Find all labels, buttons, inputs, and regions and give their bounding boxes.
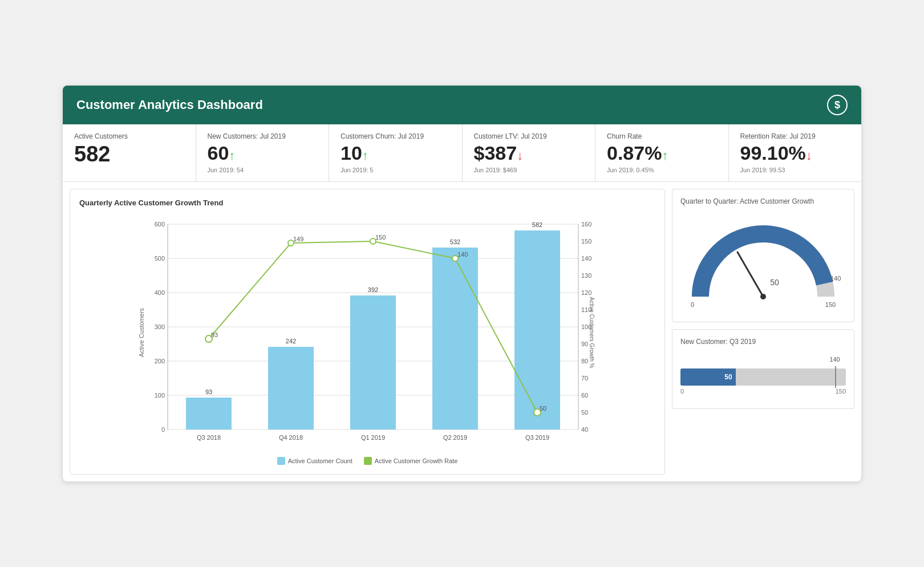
svg-text:0: 0 bbox=[161, 426, 165, 433]
hbar-track: 50 140 bbox=[680, 368, 846, 386]
kpi-sub-5: Jun 2019: 99.53 bbox=[740, 167, 850, 173]
kpi-value-4: 0.87%↑ bbox=[607, 143, 717, 164]
svg-text:50: 50 bbox=[540, 405, 546, 412]
right-panels: Quarter to Quarter: Active Customer Grow… bbox=[672, 189, 854, 475]
svg-text:50: 50 bbox=[581, 409, 588, 416]
arrow-up-1: ↑ bbox=[229, 148, 235, 163]
hbar-title: New Customer: Q3 2019 bbox=[680, 338, 846, 346]
kpi-label-2: Customers Churn: Jul 2019 bbox=[341, 132, 451, 140]
svg-text:140: 140 bbox=[581, 255, 591, 262]
arrow-up-2: ↑ bbox=[362, 148, 368, 163]
svg-text:Q3 2018: Q3 2018 bbox=[197, 434, 221, 441]
kpi-value-5: 99.10%↓ bbox=[740, 143, 850, 164]
bar-q3-2018 bbox=[186, 398, 232, 430]
legend-line-label: Active Customer Growth Rate bbox=[375, 457, 458, 464]
hbar-fill-label: 50 bbox=[724, 373, 732, 381]
bar-chart-section: Quarterly Active Customer Growth Trend A… bbox=[70, 189, 665, 475]
svg-text:70: 70 bbox=[581, 375, 588, 382]
svg-text:160: 160 bbox=[581, 221, 591, 228]
svg-text:120: 120 bbox=[581, 289, 591, 296]
hbar-fill: 50 bbox=[680, 368, 736, 386]
kpi-churn-customers: Customers Churn: Jul 2019 10↑ Jun 2019: … bbox=[329, 124, 463, 181]
svg-text:149: 149 bbox=[293, 236, 303, 242]
svg-text:Q1 2019: Q1 2019 bbox=[361, 434, 385, 441]
bar-q1-2019 bbox=[350, 295, 396, 430]
kpi-label-3: Customer LTV: Jul 2019 bbox=[474, 132, 584, 140]
svg-text:300: 300 bbox=[155, 323, 165, 330]
svg-text:200: 200 bbox=[155, 358, 165, 364]
header-icon: $ bbox=[827, 95, 848, 115]
svg-text:110: 110 bbox=[581, 306, 591, 313]
svg-text:Active Customers: Active Customers bbox=[138, 307, 145, 357]
arrow-down-3: ↓ bbox=[517, 148, 523, 163]
kpi-value-0: 582 bbox=[74, 143, 184, 167]
hbar-max-label: 150 bbox=[836, 388, 846, 395]
kpi-sub-3: Jun 2019: $469 bbox=[474, 167, 584, 173]
svg-text:400: 400 bbox=[155, 289, 165, 296]
legend-line-color bbox=[364, 457, 372, 465]
svg-text:392: 392 bbox=[368, 286, 378, 293]
kpi-sub-1: Jun 2019: 54 bbox=[208, 167, 318, 173]
svg-text:100: 100 bbox=[155, 392, 165, 399]
svg-text:582: 582 bbox=[532, 221, 542, 228]
kpi-active-customers: Active Customers 582 bbox=[63, 124, 196, 181]
hbar-panel: New Customer: Q3 2019 50 140 bbox=[672, 329, 854, 409]
svg-text:500: 500 bbox=[155, 255, 165, 262]
svg-text:0: 0 bbox=[691, 301, 694, 308]
svg-text:60: 60 bbox=[581, 392, 588, 399]
gauge-svg: 0 150 140 50 bbox=[683, 217, 843, 308]
kpi-label-4: Churn Rate bbox=[607, 132, 717, 140]
bar-chart-title: Quarterly Active Customer Growth Trend bbox=[79, 199, 655, 207]
kpi-label-1: New Customers: Jul 2019 bbox=[208, 132, 318, 140]
svg-text:150: 150 bbox=[825, 301, 836, 308]
hbar-container: 50 140 0 150 bbox=[680, 351, 846, 400]
svg-text:600: 600 bbox=[155, 221, 165, 228]
svg-text:40: 40 bbox=[581, 426, 588, 433]
svg-text:532: 532 bbox=[450, 238, 460, 245]
legend-bar-color bbox=[277, 457, 285, 465]
svg-text:150: 150 bbox=[581, 238, 591, 245]
bar-q2-2019 bbox=[432, 248, 478, 430]
kpi-value-3: $387↓ bbox=[474, 143, 584, 164]
svg-text:130: 130 bbox=[581, 272, 591, 279]
gauge-container: 0 150 140 50 bbox=[680, 211, 846, 314]
kpi-label-5: Retention Rate: Jul 2019 bbox=[740, 132, 850, 140]
arrow-down-5: ↓ bbox=[806, 148, 812, 163]
legend-line: Active Customer Growth Rate bbox=[364, 457, 458, 465]
svg-text:80: 80 bbox=[581, 358, 588, 364]
svg-text:140: 140 bbox=[830, 275, 841, 282]
svg-text:93: 93 bbox=[211, 331, 218, 338]
svg-text:93: 93 bbox=[205, 388, 212, 395]
gauge-needle bbox=[737, 252, 763, 297]
kpi-new-customers: New Customers: Jul 2019 60↑ Jun 2019: 54 bbox=[196, 124, 330, 181]
kpi-sub-4: Jun 2019: 0.45% bbox=[607, 167, 717, 173]
svg-text:90: 90 bbox=[581, 341, 588, 347]
gauge-title: Quarter to Quarter: Active Customer Grow… bbox=[680, 197, 846, 205]
kpi-ltv: Customer LTV: Jul 2019 $387↓ Jun 2019: $… bbox=[463, 124, 596, 181]
gauge-center bbox=[760, 294, 766, 299]
svg-text:Q4 2018: Q4 2018 bbox=[279, 434, 303, 441]
gauge-panel: Quarter to Quarter: Active Customer Grow… bbox=[672, 189, 854, 322]
dashboard: Customer Analytics Dashboard $ Active Cu… bbox=[63, 86, 861, 481]
header: Customer Analytics Dashboard $ bbox=[63, 86, 861, 124]
svg-text:100: 100 bbox=[581, 323, 591, 330]
hbar-min-label: 0 bbox=[680, 388, 684, 395]
svg-text:150: 150 bbox=[375, 234, 386, 241]
bar-q3-2019 bbox=[514, 230, 560, 430]
kpi-value-2: 10↑ bbox=[341, 143, 451, 164]
bar-chart-svg: Active Customers Active Customers Growth… bbox=[79, 213, 655, 452]
svg-text:50: 50 bbox=[770, 278, 779, 287]
hbar-marker: 140 bbox=[835, 366, 836, 388]
legend-bar: Active Customer Count bbox=[277, 457, 352, 465]
svg-text:Q2 2019: Q2 2019 bbox=[443, 434, 467, 441]
kpi-retention-rate: Retention Rate: Jul 2019 99.10%↓ Jun 201… bbox=[729, 124, 862, 181]
kpi-value-1: 60↑ bbox=[208, 143, 318, 164]
hbar-axis-labels: 0 150 bbox=[680, 388, 846, 395]
bar-q4-2018 bbox=[268, 347, 314, 430]
kpi-row: Active Customers 582 New Customers: Jul … bbox=[63, 124, 861, 181]
kpi-churn-rate: Churn Rate 0.87%↑ Jun 2019: 0.45% bbox=[595, 124, 729, 181]
dashboard-title: Customer Analytics Dashboard bbox=[76, 98, 263, 112]
hbar-marker-label: 140 bbox=[829, 356, 840, 363]
chart-legend: Active Customer Count Active Customer Gr… bbox=[79, 457, 655, 465]
legend-bar-label: Active Customer Count bbox=[288, 457, 352, 464]
